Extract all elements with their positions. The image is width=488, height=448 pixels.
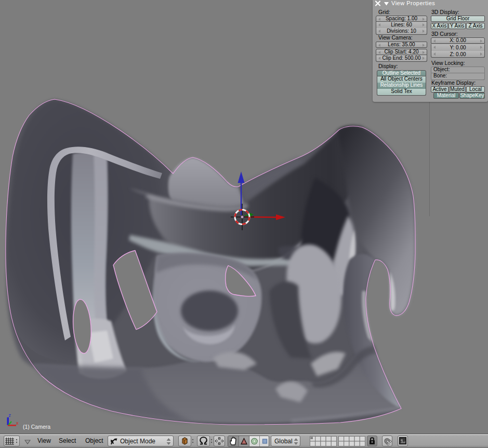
svg-text:z: z [9,413,11,418]
svg-text:(1) Camera: (1) Camera [23,424,50,430]
svg-text:x: x [16,420,19,426]
